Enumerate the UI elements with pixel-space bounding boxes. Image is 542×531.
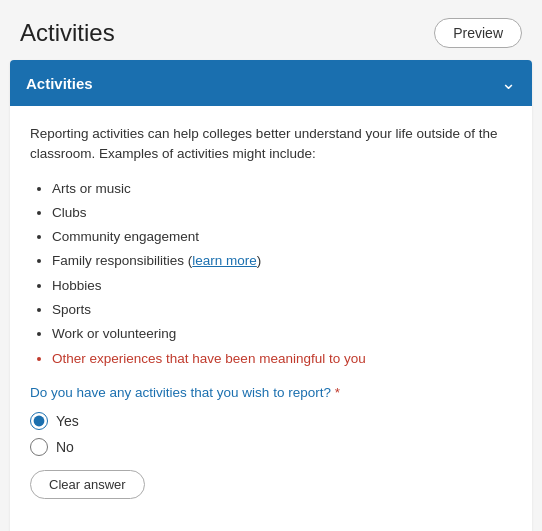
page-header: Activities Preview xyxy=(0,0,542,60)
preview-button[interactable]: Preview xyxy=(434,18,522,48)
list-item: Community engagement xyxy=(52,225,512,249)
required-star: * xyxy=(335,385,340,400)
learn-more-link[interactable]: learn more xyxy=(192,253,257,268)
list-item: Work or volunteering xyxy=(52,322,512,346)
activities-list: Arts or music Clubs Community engagement… xyxy=(30,177,512,371)
list-item: Clubs xyxy=(52,201,512,225)
card-body: Reporting activities can help colleges b… xyxy=(10,106,532,531)
no-label: No xyxy=(56,439,74,455)
list-item: Hobbies xyxy=(52,274,512,298)
chevron-down-icon[interactable]: ⌄ xyxy=(501,72,516,94)
question-text: Do you have any activities that you wish… xyxy=(30,385,512,400)
question-label: Do you have any activities that you wish… xyxy=(30,385,331,400)
no-option[interactable]: No xyxy=(30,438,512,456)
yes-option[interactable]: Yes xyxy=(30,412,512,430)
intro-text: Reporting activities can help colleges b… xyxy=(30,124,512,165)
clear-answer-button[interactable]: Clear answer xyxy=(30,470,145,499)
list-item: Family responsibilities (learn more) xyxy=(52,249,512,273)
page-container: Activities Preview Activities ⌄ Reportin… xyxy=(0,0,542,531)
list-item: Arts or music xyxy=(52,177,512,201)
list-item: Other experiences that have been meaning… xyxy=(52,347,512,371)
yes-radio[interactable] xyxy=(30,412,48,430)
list-item: Sports xyxy=(52,298,512,322)
activities-card: Activities ⌄ Reporting activities can he… xyxy=(10,60,532,531)
yes-label: Yes xyxy=(56,413,79,429)
card-header: Activities ⌄ xyxy=(10,60,532,106)
no-radio[interactable] xyxy=(30,438,48,456)
radio-group: Yes No xyxy=(30,412,512,456)
card-header-title: Activities xyxy=(26,75,93,92)
page-title: Activities xyxy=(20,19,115,47)
